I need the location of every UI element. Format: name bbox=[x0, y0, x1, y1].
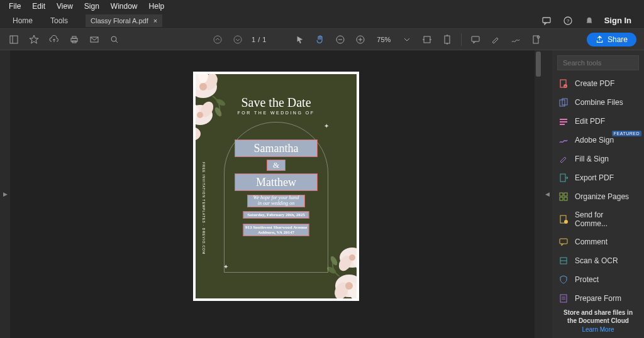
tool-label: Comment bbox=[575, 237, 608, 246]
svg-point-44 bbox=[330, 255, 339, 266]
svg-text:+: + bbox=[565, 84, 567, 88]
tool-label: Protect bbox=[575, 275, 599, 284]
tab-tools[interactable]: Tools bbox=[42, 14, 77, 28]
chevron-down-icon[interactable] bbox=[401, 33, 413, 46]
tool-fill-sign[interactable]: Fill & Sign bbox=[552, 150, 644, 168]
file-tab[interactable]: Classy Floral A.pdf × bbox=[86, 14, 162, 27]
select-tool-icon[interactable] bbox=[294, 33, 306, 46]
document-viewport[interactable]: Save the Date For the wedding of ✦ ✦ Sam… bbox=[10, 50, 542, 338]
fit-width-icon[interactable] bbox=[421, 33, 433, 46]
svg-rect-19 bbox=[445, 36, 450, 43]
tool-label: Prepare Form bbox=[575, 294, 621, 303]
zoom-level[interactable]: 75% bbox=[377, 36, 391, 43]
speech-bubble-icon[interactable] bbox=[540, 14, 553, 27]
form-field-name2[interactable]: Matthew bbox=[235, 173, 318, 191]
star-icon[interactable] bbox=[28, 33, 40, 46]
form-field-hope[interactable]: We hope for your hand in our wedding on bbox=[247, 195, 305, 207]
svg-point-12 bbox=[234, 36, 242, 43]
edit-pdf-icon bbox=[558, 116, 569, 126]
mail-icon[interactable] bbox=[88, 33, 101, 46]
highlight-tool-icon[interactable] bbox=[489, 33, 502, 46]
tool-prepare-form[interactable]: Prepare Form bbox=[552, 289, 644, 303]
tool-label: Scan & OCR bbox=[575, 256, 618, 265]
pdf-page: Save the Date For the wedding of ✦ ✦ Sam… bbox=[193, 72, 359, 301]
attachment-tool-icon[interactable] bbox=[530, 33, 542, 46]
svg-point-27 bbox=[199, 83, 207, 90]
menu-window[interactable]: Window bbox=[106, 1, 143, 12]
fit-page-icon[interactable] bbox=[441, 33, 453, 46]
sparkle-icon: ✦ bbox=[223, 263, 228, 270]
tool-label: Combine Files bbox=[575, 98, 623, 107]
scroll-thumb[interactable] bbox=[536, 52, 541, 77]
print-icon[interactable] bbox=[68, 33, 80, 46]
comment-icon bbox=[558, 237, 569, 247]
side-credit-text: FREE INVITATION TEMPLATES · DREVIO.COM bbox=[202, 162, 208, 254]
page-up-icon[interactable] bbox=[211, 33, 224, 46]
tool-label: Fill & Sign bbox=[575, 155, 609, 163]
hand-tool-icon[interactable] bbox=[314, 33, 326, 46]
comment-tool-icon[interactable] bbox=[469, 33, 482, 46]
svg-rect-56 bbox=[560, 197, 563, 200]
tool-organize-pages[interactable]: Organize Pages bbox=[552, 187, 644, 206]
bell-icon[interactable] bbox=[583, 14, 596, 27]
tab-home[interactable]: Home bbox=[4, 14, 42, 28]
sidebar-toggle-icon[interactable] bbox=[8, 33, 20, 46]
signature-tool-icon[interactable] bbox=[509, 33, 522, 46]
menu-edit[interactable]: Edit bbox=[27, 1, 50, 12]
zoom-in-icon[interactable] bbox=[354, 33, 367, 46]
tab-bar: Home Tools Classy Floral A.pdf × ? Sign … bbox=[0, 13, 644, 29]
help-icon[interactable]: ? bbox=[562, 14, 574, 27]
tool-send-comment[interactable]: Send for Comme... bbox=[552, 206, 644, 232]
form-field-address[interactable]: 913 Southwest Sherwood Avenue Ashburn, V… bbox=[243, 224, 309, 236]
prepare-form-icon bbox=[558, 293, 569, 303]
form-field-ampersand[interactable]: & bbox=[267, 160, 286, 171]
svg-rect-55 bbox=[564, 193, 567, 196]
svg-text:?: ? bbox=[566, 18, 569, 24]
tool-combine-files[interactable]: Combine Files bbox=[552, 93, 644, 112]
tool-create-pdf[interactable]: + Create PDF bbox=[552, 74, 644, 93]
sign-in-button[interactable]: Sign In bbox=[604, 16, 631, 25]
main-area: ▶ bbox=[0, 50, 644, 338]
tool-label: Create PDF bbox=[575, 79, 614, 88]
cloud-upload-icon[interactable] bbox=[48, 33, 60, 46]
share-label: Share bbox=[608, 35, 628, 44]
menu-file[interactable]: File bbox=[4, 1, 26, 12]
invitation-subtitle: For the wedding of bbox=[196, 111, 357, 115]
form-field-date[interactable]: Saturday, February 20th, 2025 bbox=[243, 211, 309, 219]
right-rail-expand[interactable]: ◀ bbox=[542, 50, 552, 338]
tool-edit-pdf[interactable]: Edit PDF bbox=[552, 112, 644, 131]
sparkle-icon: ✦ bbox=[324, 123, 329, 129]
featured-badge: FEATURED bbox=[612, 131, 641, 136]
learn-more-link[interactable]: Learn More bbox=[552, 326, 644, 338]
tools-panel: + Create PDF Combine Files Edit PDF Adob… bbox=[552, 50, 644, 338]
svg-rect-0 bbox=[543, 18, 550, 23]
svg-rect-51 bbox=[560, 121, 567, 123]
invitation-title: Save the Date bbox=[196, 95, 357, 110]
tool-adobe-sign[interactable]: Adobe Sign FEATURED bbox=[552, 131, 644, 150]
find-icon[interactable] bbox=[108, 33, 121, 46]
page-down-icon[interactable] bbox=[231, 33, 244, 46]
zoom-out-icon[interactable] bbox=[334, 33, 347, 46]
document-scrollbar[interactable] bbox=[535, 50, 542, 338]
scan-ocr-icon bbox=[558, 256, 569, 266]
tool-protect[interactable]: Protect bbox=[552, 270, 644, 289]
share-button[interactable]: Share bbox=[587, 33, 636, 46]
left-rail-expand[interactable]: ▶ bbox=[0, 50, 10, 338]
menu-sign[interactable]: Sign bbox=[79, 1, 104, 12]
page-total: 1 bbox=[262, 36, 266, 43]
menu-view[interactable]: View bbox=[52, 1, 78, 12]
tool-comment[interactable]: Comment bbox=[552, 232, 644, 251]
tool-export-pdf[interactable]: Export PDF bbox=[552, 168, 644, 187]
svg-point-38 bbox=[345, 282, 353, 290]
page-current: 1 bbox=[252, 36, 255, 43]
search-tools-input[interactable] bbox=[557, 55, 639, 70]
tool-scan-ocr[interactable]: Scan & OCR bbox=[552, 251, 644, 270]
combine-files-icon bbox=[558, 97, 569, 107]
form-field-name1[interactable]: Samantha bbox=[235, 139, 318, 157]
file-tab-close[interactable]: × bbox=[153, 17, 157, 25]
svg-point-11 bbox=[214, 36, 221, 43]
svg-rect-3 bbox=[10, 36, 18, 43]
tool-label: Export PDF bbox=[575, 173, 614, 182]
svg-point-9 bbox=[111, 36, 116, 41]
menu-help[interactable]: Help bbox=[144, 1, 170, 12]
